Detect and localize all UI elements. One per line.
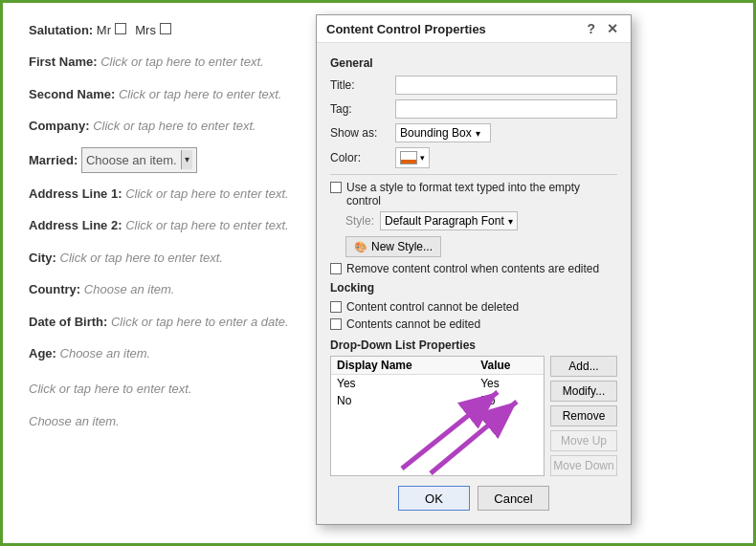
lock2-row: Contents cannot be edited (330, 317, 617, 331)
ddl-display-cell: No (331, 392, 475, 409)
tag-row: Tag: (330, 99, 617, 119)
choose-item-placeholder[interactable]: Choose an item. (29, 414, 120, 428)
movedown-button[interactable]: Move Down (550, 455, 617, 476)
divider1 (330, 174, 617, 175)
country-label: Country: (29, 282, 80, 296)
married-combo-btn[interactable]: ▾ (181, 150, 192, 169)
style-select-arrow-icon: ▾ (508, 216, 513, 227)
moveup-button[interactable]: Move Up (550, 430, 617, 451)
salutation-mr: Mr (97, 23, 111, 37)
remove-button[interactable]: Remove (550, 405, 617, 426)
content-control-dialog: Content Control Properties ? ✕ General T… (316, 14, 632, 525)
remove-checkbox[interactable] (330, 263, 342, 274)
new-style-icon: 🎨 (354, 241, 367, 253)
remove-check-label: Remove content control when contents are… (346, 262, 599, 275)
close-button[interactable]: ✕ (604, 21, 621, 36)
secondname-value[interactable]: Click or tap here to enter text. (119, 87, 282, 101)
age-label: Age: (29, 346, 56, 360)
ddl-col1-header: Display Name (331, 357, 475, 375)
modify-button[interactable]: Modify... (550, 381, 617, 402)
city-label: City: (29, 251, 56, 265)
title-input[interactable] (395, 76, 617, 95)
cancel-button[interactable]: Cancel (478, 486, 549, 511)
dialog-body: General Title: Tag: Show as: Bounding Bo… (317, 43, 631, 524)
lock1-label: Content control cannot be deleted (346, 300, 519, 314)
style-value: Default Paragraph Font (385, 214, 504, 228)
showas-arrow-icon: ▾ (476, 128, 480, 139)
ddl-col2-header: Value (475, 357, 544, 375)
lock2-checkbox[interactable] (330, 318, 342, 330)
ddl-value-cell: No (475, 392, 544, 409)
help-button[interactable]: ? (584, 21, 598, 36)
dialog-titlebar: Content Control Properties ? ✕ (317, 15, 631, 43)
style-check-row: Use a style to format text typed into th… (330, 181, 617, 207)
style-check-label: Use a style to format text typed into th… (346, 181, 617, 207)
style-checkbox[interactable] (330, 182, 342, 193)
country-value[interactable]: Choose an item. (84, 282, 175, 296)
text-placeholder[interactable]: Click or tap here to enter text. (29, 382, 192, 396)
married-label: Married: (29, 153, 78, 167)
ddl-table: Display Name Value YesYesNoNo (331, 357, 544, 409)
firstname-value[interactable]: Click or tap here to enter text. (100, 55, 264, 69)
city-value[interactable]: Click or tap here to enter text. (60, 251, 224, 265)
color-row: Color: ▾ (330, 147, 617, 168)
showas-value: Bounding Box (400, 126, 472, 140)
showas-label: Show as: (330, 126, 395, 140)
color-button[interactable]: ▾ (395, 147, 430, 168)
tag-input[interactable] (395, 99, 617, 119)
secondname-label: Second Name: (29, 87, 115, 101)
age-value[interactable]: Choose an item. (60, 346, 151, 360)
company-label: Company: (29, 119, 90, 133)
salutation-label: Salutation: (29, 23, 93, 37)
ddl-header: Drop-Down List Properties (330, 339, 617, 352)
tag-label: Tag: (330, 102, 395, 116)
addr1-label: Address Line 1: (29, 186, 122, 201)
locking-section: Content control cannot be deleted Conten… (330, 300, 617, 331)
style-field-label: Style: (345, 214, 374, 228)
addr1-value[interactable]: Click or tap here to enter text. (125, 186, 289, 201)
lock1-row: Content control cannot be deleted (330, 300, 617, 314)
ok-button[interactable]: OK (398, 486, 470, 511)
company-value[interactable]: Click or tap here to enter text. (93, 119, 256, 133)
lock1-checkbox[interactable] (330, 301, 342, 313)
dob-value[interactable]: Click or tap here to enter a date. (111, 315, 289, 329)
ddl-value-cell: Yes (475, 375, 544, 393)
new-style-label: New Style... (371, 240, 433, 253)
married-combo-text: Choose an item. (86, 149, 181, 171)
lock2-label: Contents cannot be edited (346, 317, 480, 331)
locking-section-label: Locking (330, 281, 617, 295)
remove-check-row: Remove content control when contents are… (330, 262, 617, 275)
table-row[interactable]: YesYes (331, 375, 544, 393)
general-section-label: General (330, 56, 617, 70)
addr2-label: Address Line 2: (29, 218, 122, 232)
mr-checkbox[interactable] (115, 23, 126, 34)
showas-select[interactable]: Bounding Box ▾ (395, 123, 491, 142)
ddl-display-cell: Yes (331, 375, 475, 393)
add-button[interactable]: Add... (550, 356, 617, 377)
addr2-value[interactable]: Click or tap here to enter text. (125, 218, 289, 232)
style-row: Style: Default Paragraph Font ▾ (330, 211, 617, 230)
ddl-buttons: Add... Modify... Remove Move Up Move Dow… (550, 356, 617, 476)
salutation-mrs: Mrs (135, 23, 156, 37)
dob-label: Date of Birth: (29, 315, 107, 329)
style-select[interactable]: Default Paragraph Font ▾ (380, 211, 518, 230)
new-style-button[interactable]: 🎨 New Style... (345, 236, 441, 257)
dialog-title: Content Control Properties (326, 22, 486, 36)
showas-row: Show as: Bounding Box ▾ (330, 123, 617, 142)
ddl-content: Display Name Value YesYesNoNo Add... Mod… (330, 356, 617, 476)
table-row[interactable]: NoNo (331, 392, 544, 409)
color-swatch (400, 151, 417, 164)
color-label: Color: (330, 151, 395, 164)
mrs-checkbox[interactable] (160, 23, 171, 34)
married-combo[interactable]: Choose an item. ▾ (81, 147, 197, 173)
firstname-label: First Name: (29, 55, 98, 69)
dialog-footer: OK Cancel (330, 476, 617, 511)
title-row: Title: (330, 76, 617, 95)
dialog-controls: ? ✕ (584, 21, 621, 36)
ddl-table-wrap: Display Name Value YesYesNoNo (330, 356, 545, 476)
color-dropdown-arrow-icon: ▾ (420, 153, 425, 163)
title-label: Title: (330, 78, 395, 92)
